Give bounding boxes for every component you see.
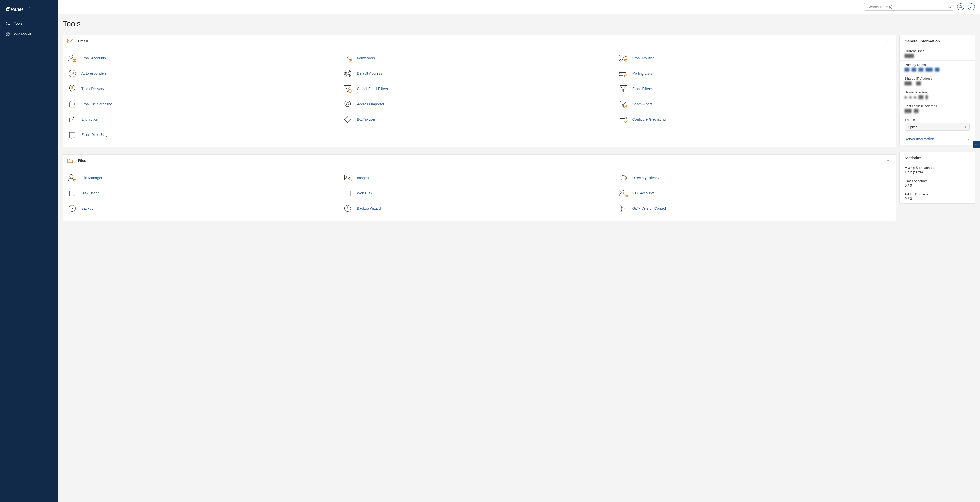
section-email-header[interactable]: Email (63, 35, 896, 48)
info-value-shared-ip: ███. ██ (905, 81, 969, 86)
tool-label: Configure Greylisting (632, 118, 666, 121)
email-icon (67, 38, 73, 44)
panel-general-information: General Information Current User ████ Pr… (899, 35, 975, 145)
section-title: Files (78, 159, 86, 163)
section-files-header[interactable]: Files (63, 154, 896, 167)
search-icon (947, 5, 951, 9)
notifications-button[interactable] (957, 3, 964, 11)
svg-point-23 (619, 74, 619, 74)
tool-default-address[interactable]: Default Address (342, 66, 616, 81)
tool-label: Track Delivery (81, 87, 104, 91)
svg-rect-9 (349, 59, 352, 61)
tool-address-importer[interactable]: Address Importer (342, 97, 616, 112)
mailing-lists-icon (619, 69, 628, 78)
tool-boxtrapper[interactable]: BoxTrapper (342, 112, 616, 127)
tools-icon (6, 21, 10, 26)
tool-label: Email Accounts (81, 56, 106, 60)
tool-web-disk[interactable]: Web Disk (342, 186, 616, 201)
web-disk-icon (343, 189, 352, 198)
directory-privacy-icon (619, 173, 628, 183)
svg-point-11 (625, 55, 627, 57)
collapse-icon[interactable] (885, 39, 891, 43)
tool-label: Backup (81, 207, 94, 210)
boxtrapper-icon (343, 115, 352, 124)
tool-backup-wizard[interactable]: Backup Wizard (342, 201, 616, 216)
folder-icon (67, 158, 73, 163)
address-importer-icon (343, 100, 352, 109)
autoresponders-icon (68, 69, 77, 78)
chevron-down-icon: ▼ (964, 126, 967, 128)
tool-email-disk-usage[interactable]: Email Disk Usage (67, 127, 340, 142)
tool-label: Email Deliverability (81, 102, 111, 106)
git-icon (619, 204, 628, 213)
panel-title: Statistics (900, 152, 975, 164)
tool-backup[interactable]: Backup (67, 201, 340, 216)
svg-text:FTP: FTP (625, 195, 628, 197)
panel-statistics: Statistics MySQL® Databases 1 / 2 (50%) … (899, 151, 975, 203)
tool-spam-filters[interactable]: Spam Filters (618, 97, 891, 112)
tool-email-deliverability[interactable]: Email Deliverability (67, 97, 340, 112)
search-button[interactable] (947, 5, 951, 10)
section-files: Files File Manager Images Directory Priv… (63, 154, 896, 221)
chevron-up-icon (886, 159, 890, 162)
tool-git-version-control[interactable]: Git™ Version Control (618, 201, 891, 216)
chart-icon (974, 143, 978, 147)
svg-rect-55 (345, 175, 351, 180)
svg-point-5 (971, 6, 972, 7)
info-value-primary-domain[interactable]: ██ ██ ██ ███ ██ (905, 68, 969, 71)
cpanel-logo[interactable]: Panel ® (0, 0, 58, 18)
svg-point-48 (625, 117, 627, 118)
tool-label: Images (357, 176, 369, 180)
tool-mailing-lists[interactable]: Mailing Lists (618, 66, 891, 81)
info-value-home-dir: ■ ■ ■ ██ █ (905, 95, 969, 99)
ftp-accounts-icon: FTP (619, 189, 628, 198)
tool-email-routing[interactable]: Email Routing (618, 51, 891, 66)
tool-encryption[interactable]: Encryption (67, 112, 340, 127)
info-label-shared-ip: Shared IP Address (905, 76, 969, 80)
tool-email-accounts[interactable]: Email Accounts (67, 51, 340, 66)
tool-track-delivery[interactable]: Track Delivery (67, 81, 340, 97)
tool-images[interactable]: Images (342, 170, 616, 186)
tool-disk-usage[interactable]: Disk Usage (67, 186, 340, 201)
spam-filters-icon (619, 100, 628, 109)
tool-label: FTP Accounts (632, 191, 655, 195)
help-tab[interactable] (973, 141, 980, 148)
drag-handle-icon[interactable] (873, 39, 880, 43)
tool-label: Encryption (81, 118, 98, 121)
backup-wizard-icon (343, 204, 352, 213)
tool-label: Autoresponders (81, 71, 107, 76)
deliverability-icon (68, 100, 77, 109)
disk-usage-icon (68, 189, 77, 198)
tool-label: Mailing Lists (632, 71, 652, 76)
tool-label: Global Email Filters (357, 87, 388, 91)
section-email: Email Email Accounts Forwarders Email Ro… (63, 35, 896, 147)
email-filters-icon (619, 84, 628, 93)
account-button[interactable] (968, 3, 975, 11)
stat-value: 0 / 0 (905, 183, 969, 187)
theme-select[interactable]: jupiter ▼ (905, 123, 969, 130)
tool-directory-privacy[interactable]: Directory Privacy (618, 170, 891, 186)
server-information-link[interactable]: Server Information (900, 133, 975, 145)
tool-file-manager[interactable]: File Manager (67, 170, 340, 186)
tool-email-filters[interactable]: Email Filters (618, 81, 891, 97)
tool-global-email-filters[interactable]: Global Email Filters (342, 81, 616, 97)
tool-configure-greylisting[interactable]: Configure Greylisting (618, 112, 891, 127)
info-label-theme: Theme (905, 118, 969, 122)
sidebar-item-wp-toolkit[interactable]: WP Toolkit (0, 29, 58, 40)
search-input[interactable] (864, 3, 953, 11)
email-disk-usage-icon (68, 130, 77, 139)
search-wrap (864, 3, 953, 11)
svg-rect-8 (73, 59, 76, 62)
sidebar-item-tools[interactable]: Tools (0, 18, 58, 29)
collapse-icon[interactable] (885, 159, 891, 162)
tool-forwarders[interactable]: Forwarders (342, 51, 616, 66)
email-routing-icon (619, 54, 628, 63)
tool-label: Email Disk Usage (81, 133, 110, 137)
svg-marker-36 (620, 101, 626, 107)
wordpress-icon (6, 32, 10, 37)
svg-text:®: ® (29, 7, 30, 8)
tool-ftp-accounts[interactable]: FTPFTP Accounts (618, 186, 891, 201)
svg-point-49 (625, 118, 627, 119)
stat-value: 1 / 2 (50%) (905, 170, 969, 174)
tool-autoresponders[interactable]: Autoresponders (67, 66, 340, 81)
